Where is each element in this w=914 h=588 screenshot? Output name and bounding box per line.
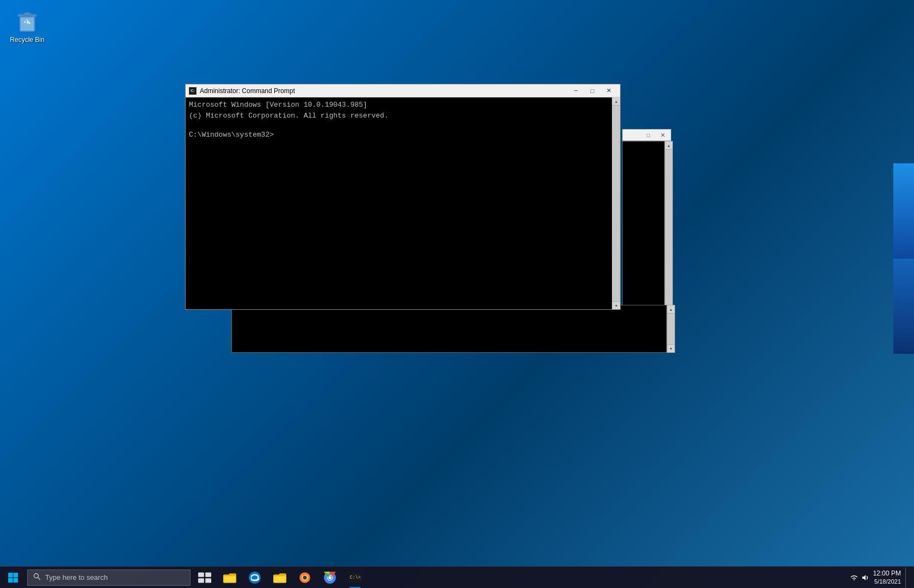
svg-point-8 [34,574,39,578]
cmd-prompt: C:\Windows\system32> [189,130,617,140]
svg-rect-4 [8,573,13,578]
blue-accent-shape [893,163,914,259]
cmd-line-1: Microsoft Windows [Version 10.0.19043.98… [189,100,617,111]
taskbar: Type here to search [0,566,914,588]
taskbar-icons: C:\>_ [193,567,367,589]
clock[interactable]: 12:00 PM 5/18/2021 [873,569,901,586]
svg-rect-5 [14,573,19,578]
show-desktop-button[interactable] [905,567,909,588]
blue-accent-shape-2 [893,259,914,354]
cmd-line-empty [189,121,617,130]
cmd-window-main: C: Administrator: Command Prompt − □ ✕ M… [185,84,621,310]
svg-rect-10 [198,572,204,577]
cmd-window-second-bottom [231,305,667,353]
maximize-button[interactable]: □ [584,85,600,96]
taskbar-file-explorer[interactable] [218,567,242,589]
taskbar-edge[interactable] [243,567,267,589]
svg-rect-3 [24,13,30,15]
search-box[interactable]: Type here to search [27,569,191,586]
minimize-button[interactable]: − [568,85,584,96]
cmd-line-2: (c) Microsoft Corporation. All rights re… [189,111,617,121]
scroll-down-arrow[interactable]: ▼ [612,301,620,309]
svg-rect-12 [198,578,204,583]
volume-icon [861,574,869,581]
network-icon [850,574,858,581]
svg-line-9 [38,578,41,580]
cmd-win-controls: − □ ✕ [568,85,617,96]
cmd-titlebar: C: Administrator: Command Prompt − □ ✕ [186,84,620,97]
recycle-bin-icon[interactable]: Recycle Bin [5,5,49,46]
search-icon [33,573,41,582]
svg-rect-7 [14,578,19,583]
svg-rect-11 [205,572,211,577]
clock-time: 12:00 PM [873,569,901,578]
cmd-scrollbar-second[interactable]: ▲ ▼ [667,305,675,353]
system-tray-icons[interactable] [850,574,869,581]
search-placeholder-text: Type here to search [45,573,108,581]
cmd-main-scrollbar[interactable]: ▲ ▼ [612,97,620,309]
cmd-content-area[interactable]: Microsoft Windows [Version 10.0.19043.98… [186,97,620,309]
close-button[interactable]: ✕ [600,85,617,96]
taskbar-task-view[interactable] [193,567,217,589]
svg-text:C:\>_: C:\>_ [349,575,361,580]
maximize-btn-back[interactable]: □ [641,130,655,140]
cmd-window-background: □ ✕ [622,129,671,141]
svg-point-21 [303,575,307,579]
svg-rect-13 [205,578,211,583]
svg-rect-6 [8,578,13,583]
taskbar-folder[interactable] [268,567,292,589]
recycle-bin-label: Recycle Bin [10,36,44,44]
svg-rect-15 [224,576,235,581]
desktop: Recycle Bin □ ✕ ▲ ▼ ▲ ▼ C: Administrator… [0,0,914,566]
cmd-title-icon: C: [189,87,197,95]
taskbar-cmd[interactable]: C:\>_ [343,567,367,589]
close-btn-back[interactable]: ✕ [655,130,670,140]
taskbar-firefox[interactable] [293,567,317,589]
clock-date: 5/18/2021 [873,578,901,585]
cmd-title-text: Administrator: Command Prompt [200,87,568,95]
svg-rect-18 [274,576,285,581]
start-button[interactable] [0,567,26,589]
taskbar-system-tray: 12:00 PM 5/18/2021 [850,567,914,588]
svg-point-25 [328,576,331,579]
scroll-up-arrow[interactable]: ▲ [612,97,620,106]
scroll-track [612,106,620,301]
taskbar-chrome[interactable] [318,567,342,589]
